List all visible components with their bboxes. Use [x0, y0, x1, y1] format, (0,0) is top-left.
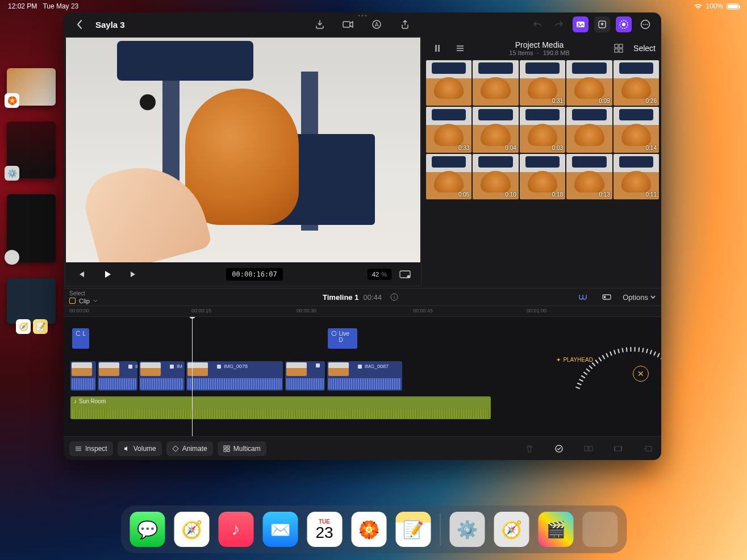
- timeline-info-icon[interactable]: i: [386, 289, 402, 305]
- svg-line-42: [602, 355, 604, 359]
- svg-rect-27: [128, 365, 132, 369]
- stage-window-notes[interactable]: 🧭 📝: [7, 278, 56, 324]
- redo-icon[interactable]: [551, 16, 567, 32]
- animate-button[interactable]: Animate: [166, 441, 213, 456]
- media-thumb[interactable]: 0:05: [426, 154, 471, 199]
- viewer-display-options[interactable]: [397, 266, 413, 282]
- list-view-icon[interactable]: [452, 40, 468, 56]
- filmstrip-view-icon[interactable]: [429, 40, 445, 56]
- volume-button[interactable]: Volume: [118, 441, 162, 456]
- dock-music[interactable]: ♪: [218, 512, 253, 547]
- media-thumb[interactable]: [426, 60, 471, 106]
- svg-line-52: [642, 348, 643, 353]
- media-browser-toggle[interactable]: [573, 16, 589, 32]
- play-button[interactable]: [99, 266, 115, 282]
- media-thumb[interactable]: 0:31: [520, 60, 565, 106]
- jog-wheel-close[interactable]: ✕: [633, 366, 649, 382]
- position-icon[interactable]: [640, 441, 656, 457]
- video-clip[interactable]: IM: [70, 361, 96, 391]
- media-thumb[interactable]: 0:04: [473, 107, 518, 152]
- media-thumb[interactable]: [566, 107, 612, 152]
- titles-icon[interactable]: A: [369, 16, 385, 32]
- media-thumb[interactable]: 0:14: [614, 107, 659, 152]
- clip-selector[interactable]: Clip: [69, 298, 98, 304]
- media-thumb[interactable]: 0:13: [566, 154, 612, 199]
- dock-notes[interactable]: 📝: [395, 512, 431, 547]
- media-thumb[interactable]: 0:09: [566, 60, 612, 106]
- inspector-toggle[interactable]: [616, 16, 632, 32]
- thumb-duration: 0:05: [458, 191, 469, 198]
- playhead-badge: ✦ PLAYHEAD: [556, 357, 593, 363]
- timecode-display[interactable]: 00:00:16:07: [226, 268, 282, 281]
- svg-rect-75: [224, 449, 226, 452]
- media-thumb[interactable]: 0:26: [614, 60, 659, 106]
- viewer-zoom[interactable]: 42 %: [368, 269, 391, 280]
- svg-line-35: [581, 375, 585, 378]
- inspect-button[interactable]: Inspect: [69, 441, 113, 456]
- media-thumb[interactable]: [473, 60, 518, 106]
- svg-rect-19: [619, 49, 623, 52]
- playhead[interactable]: [192, 317, 193, 436]
- svg-line-34: [579, 379, 583, 382]
- dock-app-folder[interactable]: [582, 512, 617, 547]
- timeline-ruler[interactable]: 00:00:0000:00:1500:00:3000:00:4500:01:00: [64, 306, 661, 317]
- svg-rect-74: [227, 446, 229, 448]
- more-menu-icon[interactable]: [637, 16, 653, 32]
- prev-clip-button[interactable]: [73, 266, 89, 282]
- thumb-duration: 0:09: [599, 98, 610, 104]
- effects-browser-icon[interactable]: [594, 16, 610, 32]
- dock-safari[interactable]: 🧭: [174, 512, 209, 547]
- title-clip[interactable]: Live D: [328, 328, 357, 349]
- enable-clip-icon[interactable]: [551, 441, 567, 457]
- dock-photos[interactable]: 🏵️: [351, 512, 386, 547]
- import-icon[interactable]: [312, 16, 328, 32]
- trim-icon[interactable]: [610, 441, 626, 457]
- thumb-duration: 0:10: [505, 191, 516, 198]
- dock-settings[interactable]: ⚙️: [449, 512, 485, 547]
- video-clip[interactable]: IMG_0078: [186, 361, 283, 391]
- media-thumb[interactable]: 0:33: [426, 107, 471, 152]
- media-thumb[interactable]: 0:03: [520, 107, 565, 152]
- next-clip-button[interactable]: [126, 266, 141, 282]
- video-clip[interactable]: IMG_0087: [327, 361, 402, 391]
- media-thumb[interactable]: 0:18: [520, 154, 565, 199]
- svg-line-36: [583, 372, 587, 375]
- preview-canvas[interactable]: [65, 37, 421, 263]
- zoom-unit: %: [381, 271, 387, 278]
- video-clip[interactable]: IM: [139, 361, 185, 391]
- multicam-button[interactable]: Multicam: [218, 441, 266, 456]
- music-clip[interactable]: ♪Sun Room: [70, 396, 491, 419]
- svg-rect-14: [435, 45, 437, 52]
- timeline-tracks[interactable]: LLive D IMIMIMIMG_0078IMG_0087 ♪Sun Room…: [64, 317, 661, 436]
- stage-window-settings[interactable]: ⚙️: [7, 122, 56, 178]
- camera-icon[interactable]: [340, 16, 356, 32]
- media-thumb[interactable]: 0:11: [614, 154, 659, 199]
- share-icon[interactable]: [397, 16, 413, 32]
- snapping-icon[interactable]: [575, 289, 591, 305]
- undo-icon[interactable]: [529, 16, 545, 32]
- svg-text:i: i: [394, 294, 395, 300]
- video-clip[interactable]: IM: [98, 361, 137, 391]
- speaker-icon: [123, 445, 130, 452]
- stage-window-logic[interactable]: ◎: [7, 194, 56, 262]
- clip-square-icon: [69, 298, 76, 304]
- timeline-select-label: Select: [69, 290, 98, 296]
- dock-calendar[interactable]: TUE 23: [307, 512, 342, 547]
- razor-icon[interactable]: [581, 441, 596, 457]
- grid-view-icon[interactable]: [611, 40, 627, 56]
- dock-final-cut[interactable]: 🎬: [538, 512, 573, 547]
- timeline-options-button[interactable]: Options: [623, 293, 656, 302]
- dock-safari-recent[interactable]: 🧭: [494, 512, 529, 547]
- stage-window-photos[interactable]: 🏵️: [7, 68, 56, 106]
- timeline-view-icon[interactable]: [599, 289, 615, 305]
- media-browser-panel: Project Media 15 Items · 190.8 MB Select…: [424, 36, 661, 286]
- back-button[interactable]: [72, 16, 87, 32]
- dock-messages[interactable]: 💬: [130, 512, 165, 547]
- title-clip[interactable]: L: [72, 328, 89, 349]
- trash-icon[interactable]: [521, 441, 537, 457]
- media-thumb[interactable]: 0:10: [473, 154, 518, 199]
- dock-mail[interactable]: ✉️: [262, 512, 298, 547]
- video-clip[interactable]: [285, 361, 325, 391]
- browser-select-button[interactable]: Select: [633, 44, 656, 53]
- svg-rect-73: [224, 446, 226, 448]
